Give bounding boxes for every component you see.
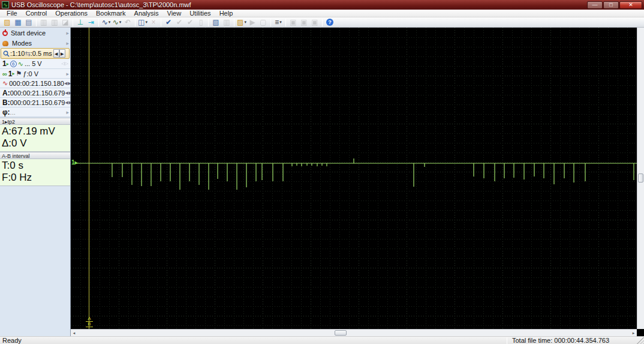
save-file-icon: ▦: [14, 18, 21, 26]
save-fragment-button[interactable]: ▨▾: [236, 18, 247, 27]
menu-help[interactable]: Help: [215, 10, 237, 17]
tile-1-button: ▣: [288, 18, 299, 27]
toolbar-separator: [73, 19, 73, 26]
channel-settings-row[interactable]: 1▸ 6 ∿ ... 5 V ◁▷: [0, 59, 70, 69]
horizontal-scrollbar[interactable]: ◂ ▸: [71, 329, 637, 336]
save-file-button[interactable]: ▦: [13, 18, 23, 27]
open-file-button[interactable]: ▨: [2, 18, 13, 27]
tp2-panel: A:67.19 mV Δ:0 V: [0, 125, 70, 152]
waveform-mode-button[interactable]: ∿▾: [101, 18, 112, 27]
trigger-channel: 1: [8, 70, 13, 78]
vertical-scroll-thumb[interactable]: [638, 174, 643, 183]
timebase-next-button[interactable]: ▶: [59, 49, 65, 58]
search-binocular-icon: ∞: [2, 70, 7, 77]
cursor-b-row[interactable]: B: 000:00:21.150.679 ◀▶: [0, 98, 70, 107]
horizontal-scroll-thumb[interactable]: [335, 330, 347, 336]
report-doc-button: ▯: [195, 18, 206, 27]
trigger-settings-row[interactable]: ∞ 1▸ ⚑ ƒ:0 V ▸: [0, 69, 70, 79]
marker-tool-button[interactable]: ⇥: [86, 18, 97, 27]
time-position-value: 000:00:21.150.180: [9, 80, 64, 87]
trigger-tri-icon: ▸: [13, 71, 15, 76]
toolbar-separator: [208, 19, 209, 26]
copy-button: ▥: [38, 18, 49, 27]
channel-range-label: ... 5 V: [25, 60, 42, 67]
cursor-ab-labels[interactable]: A B: [86, 316, 93, 327]
modes-icon: [2, 41, 8, 46]
sidebar-item-modes[interactable]: Modes ▸: [0, 38, 70, 48]
print-button[interactable]: ▤: [23, 18, 34, 27]
menu-bookmark[interactable]: Bookmark: [92, 10, 130, 17]
chevron-right-icon: ▸: [66, 109, 69, 115]
cursor-a-value: 000:00:21.150.679: [10, 89, 65, 97]
apply-check-icon: ✔: [165, 18, 171, 26]
trace-canvas: [71, 28, 637, 329]
close-button[interactable]: ✕: [619, 1, 642, 9]
level-tool-button[interactable]: ⊥: [75, 18, 86, 27]
channel-range-arrows[interactable]: ◁▷: [61, 61, 69, 66]
selection-chart-button[interactable]: ▧: [210, 18, 221, 27]
trigger-flag-icon: ⚑: [16, 70, 22, 77]
list-view-button[interactable]: ≡▾: [273, 18, 284, 27]
measurement-a: A:67.19 mV: [2, 125, 68, 137]
window-title: USB Oscilloscope - C:\temp\autosc1\autos…: [11, 1, 191, 8]
phase-label: φ:: [2, 108, 10, 116]
display-mode-button[interactable]: ◫▾: [137, 18, 148, 27]
list-view-icon: ≡: [275, 18, 279, 26]
start-device-label: Start device: [11, 29, 46, 37]
probe-badge: 6: [10, 61, 17, 67]
menu-utilities[interactable]: Utilities: [185, 10, 215, 17]
magnifier-icon: [3, 50, 10, 57]
maximize-button[interactable]: □: [603, 1, 619, 9]
wave-icon: ∿: [2, 79, 8, 87]
undo-icon: ↶: [125, 18, 131, 26]
cursor-a-row[interactable]: A: 000:00:21.150.679 ◀▶: [0, 88, 70, 98]
pages-button: ▥: [221, 18, 232, 27]
verify-all-check-button: ✔: [185, 18, 195, 27]
toolbar-separator: [36, 19, 37, 26]
menu-view[interactable]: View: [163, 10, 186, 17]
waveform-mode-icon: ∿: [102, 18, 108, 26]
dropdown-arrow-icon: ▾: [244, 18, 246, 26]
scroll-right-arrow[interactable]: ▸: [630, 330, 637, 336]
cursor-b-flag[interactable]: B: [86, 322, 93, 327]
dropdown-arrow-icon: ▾: [145, 18, 148, 26]
display-mode-icon: ◫: [138, 18, 145, 26]
toolbar-separator: [234, 19, 234, 26]
menu-analysis[interactable]: Analysis: [130, 10, 163, 17]
timebase-prev-button[interactable]: ◀: [53, 49, 59, 58]
channel-1-marker[interactable]: 1▸: [71, 159, 78, 166]
time-position-row[interactable]: ∿ 000:00:21.150.180 ◀▶: [0, 79, 70, 88]
phase-row[interactable]: φ: ... ▸: [0, 107, 70, 117]
zoom-timebase-row[interactable]: :1:10 ⇆ :0.5 ms ◀ ▶: [1, 48, 70, 59]
power-icon: [2, 31, 8, 36]
ab-interval-panel: T:0 s F:0 Hz: [0, 159, 70, 186]
pages-icon: ▥: [223, 18, 230, 26]
export-icon: ◪: [62, 18, 68, 26]
minimize-button[interactable]: —: [587, 1, 603, 9]
sidebar-item-start-device[interactable]: Start device ▸: [0, 28, 70, 38]
undo-button: ↶: [122, 18, 133, 27]
verify-check-icon: ✔: [176, 18, 182, 26]
chevron-right-icon: ▸: [66, 71, 69, 77]
measurement-t: T:0 s: [2, 160, 68, 172]
save-fragment-icon: ▨: [237, 18, 243, 26]
measurement-f: F:0 Hz: [2, 172, 68, 184]
toolbar-separator: [270, 19, 271, 26]
tp2-panel-header: 1▸tp2: [0, 118, 70, 125]
apply-check-button[interactable]: ✔: [163, 18, 174, 27]
verify-check-button: ✔: [174, 18, 185, 27]
menu-control[interactable]: Control: [22, 10, 51, 17]
menu-file[interactable]: File: [2, 10, 22, 17]
channel-tri-icon: ▸: [7, 61, 9, 67]
waveform-filter-button[interactable]: ∿▾: [112, 18, 122, 27]
scope-plot-area[interactable]: 1▸ A B: [71, 28, 637, 329]
vertical-scrollbar[interactable]: [637, 28, 644, 329]
play-fragment-icon: ▶: [249, 18, 255, 26]
scroll-left-arrow[interactable]: ◂: [71, 330, 77, 336]
toolbar-separator: [322, 19, 323, 26]
menu-operations[interactable]: Operations: [51, 10, 92, 17]
help-button[interactable]: ?: [324, 18, 335, 27]
phase-dots: ...: [10, 109, 16, 116]
sidebar: Start device ▸ Modes ▸ :1:10 ⇆ :0.5 ms ◀…: [0, 28, 71, 336]
resize-grip[interactable]: [636, 337, 644, 344]
